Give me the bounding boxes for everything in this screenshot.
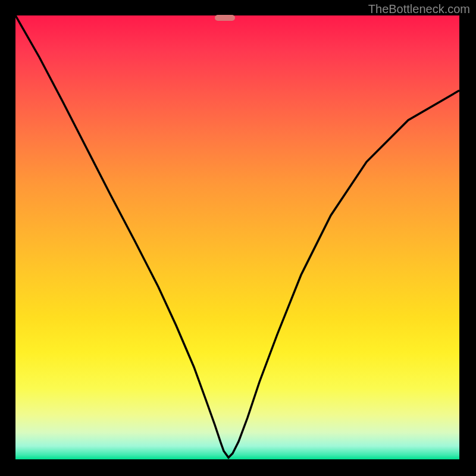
watermark-text: TheBottleneck.com [368, 2, 470, 16]
bottleneck-curve [15, 15, 459, 458]
curve-svg [15, 15, 459, 459]
optimal-marker [215, 15, 235, 21]
chart-container [15, 15, 459, 459]
